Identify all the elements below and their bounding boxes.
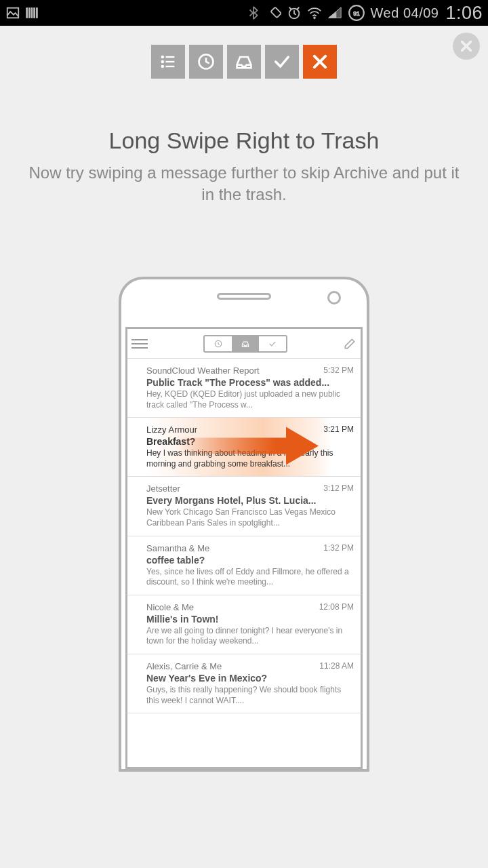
tutorial-subtitle: Now try swiping a message further to ski… bbox=[27, 162, 461, 206]
barcode-icon bbox=[24, 5, 39, 20]
message-subject: Every Morgans Hotel, Plus St. Lucia... bbox=[146, 495, 354, 506]
x-icon bbox=[310, 52, 329, 71]
rotation-icon bbox=[266, 5, 281, 20]
message-row: Thrillist8:55 AM bbox=[119, 842, 369, 868]
inbox-icon bbox=[235, 52, 253, 71]
message-time: 1:32 PM bbox=[323, 543, 354, 553]
svg-rect-4 bbox=[34, 8, 35, 18]
message-preview: Are we all going to dinner tonight? I he… bbox=[146, 626, 354, 647]
svg-rect-16 bbox=[166, 66, 175, 67]
message-row[interactable]: Jetsetter3:12 PMEvery Morgans Hotel, Plu… bbox=[127, 477, 361, 536]
phone-mockup: SoundCloud Weather Report5:32 PMPublic T… bbox=[119, 277, 369, 772]
svg-rect-3 bbox=[31, 8, 33, 18]
pill-inbox[interactable] bbox=[227, 45, 261, 79]
message-time: 5:32 PM bbox=[323, 366, 354, 375]
tutorial-title: Long Swipe Right to Trash bbox=[27, 127, 461, 154]
cell-signal-icon bbox=[327, 5, 342, 20]
message-row: Marcel Camman9:28 AMI'd love your help..… bbox=[119, 783, 369, 842]
bluetooth-icon bbox=[246, 5, 261, 20]
phone-app-frame: SoundCloud Weather Report5:32 PMPublic T… bbox=[125, 327, 363, 769]
message-sender: Marcel Camman bbox=[138, 790, 363, 800]
app-header bbox=[127, 329, 361, 359]
phone-speaker bbox=[217, 293, 271, 300]
message-preview: Hey how have you been? I was wondering i… bbox=[138, 814, 363, 835]
message-subject: Breakfast? bbox=[146, 436, 354, 447]
alarm-icon bbox=[287, 5, 302, 20]
pill-trash[interactable] bbox=[303, 45, 337, 79]
message-time: 3:21 PM bbox=[323, 425, 354, 434]
message-subject: Public Track "The Process" was added... bbox=[146, 377, 354, 388]
svg-rect-1 bbox=[26, 8, 28, 18]
message-time: 3:12 PM bbox=[323, 484, 354, 493]
message-row[interactable]: Lizzy Armour3:21 PMBreakfast?Hey I was t… bbox=[127, 418, 361, 477]
battery-circle-icon: 91 bbox=[348, 4, 365, 22]
message-row[interactable]: Alexis, Carrie & Me11:28 AMNew Year's Ev… bbox=[127, 654, 361, 713]
image-icon bbox=[5, 5, 20, 20]
message-list[interactable]: SoundCloud Weather Report5:32 PMPublic T… bbox=[127, 359, 361, 713]
message-preview: Hey I was thinking about heading in a li… bbox=[146, 448, 354, 469]
message-preview: Yes, since he lives off of Eddy and Fill… bbox=[146, 567, 354, 588]
svg-rect-14 bbox=[166, 61, 175, 62]
message-row[interactable]: Nicole & Me12:08 PMMillie's in Town!Are … bbox=[127, 595, 361, 654]
status-date: Wed 04/09 bbox=[371, 5, 439, 21]
message-preview: New York Chicago San Francisco Las Vegas… bbox=[146, 507, 354, 528]
message-sender: Samantha & Me bbox=[146, 543, 354, 553]
svg-rect-5 bbox=[36, 8, 37, 18]
message-subject: New Year's Eve in Mexico? bbox=[146, 673, 354, 684]
message-time: 12:08 PM bbox=[319, 602, 354, 612]
svg-text:91: 91 bbox=[353, 10, 360, 17]
message-row[interactable]: SoundCloud Weather Report5:32 PMPublic T… bbox=[127, 359, 361, 418]
svg-point-13 bbox=[161, 60, 165, 64]
message-time: 8:55 AM bbox=[333, 849, 363, 859]
message-sender: Jetsetter bbox=[146, 484, 354, 494]
svg-point-8 bbox=[313, 17, 315, 19]
message-sender: Thrillist bbox=[138, 849, 363, 859]
pill-done[interactable] bbox=[265, 45, 299, 79]
clock-icon bbox=[214, 339, 223, 349]
action-pillbar bbox=[0, 26, 488, 79]
svg-rect-12 bbox=[166, 56, 175, 58]
message-preview: Hey, KQED (KQED Editor) just uploaded a … bbox=[146, 389, 354, 410]
svg-point-15 bbox=[161, 65, 165, 68]
tutorial-overlay: Long Swipe Right to Trash Now try swipin… bbox=[0, 26, 488, 868]
check-icon bbox=[268, 339, 277, 349]
svg-rect-2 bbox=[28, 8, 30, 18]
wifi-icon bbox=[307, 5, 322, 20]
list-icon bbox=[159, 52, 178, 71]
svg-rect-6 bbox=[270, 7, 281, 18]
message-subject: I'd love your help... bbox=[138, 802, 363, 812]
clock-icon bbox=[197, 52, 216, 71]
check-icon bbox=[272, 52, 291, 71]
message-preview: Guys, is this really happening? We shoul… bbox=[146, 685, 354, 706]
android-status-bar: 91 Wed 04/09 1:06 bbox=[0, 0, 488, 26]
seg-done[interactable] bbox=[259, 336, 286, 351]
segmented-control bbox=[203, 335, 287, 353]
compose-button[interactable] bbox=[343, 337, 357, 351]
status-time: 1:06 bbox=[445, 3, 483, 24]
message-time: 11:28 AM bbox=[319, 661, 354, 671]
compose-icon bbox=[343, 337, 357, 351]
tutorial-headline: Long Swipe Right to Trash Now try swipin… bbox=[0, 127, 488, 206]
phone-camera bbox=[327, 291, 341, 304]
background-message-list: FOLLOW 20X200 The early shopping season.… bbox=[119, 757, 369, 868]
message-subject: Millie's in Town! bbox=[146, 614, 354, 625]
message-subject: coffee table? bbox=[146, 555, 354, 566]
hamburger-icon[interactable] bbox=[131, 336, 148, 352]
message-sender: SoundCloud Weather Report bbox=[146, 366, 354, 376]
pill-later[interactable] bbox=[189, 45, 223, 79]
close-icon bbox=[459, 39, 474, 54]
close-button[interactable] bbox=[453, 33, 480, 60]
pill-list[interactable] bbox=[151, 45, 185, 79]
inbox-icon bbox=[241, 339, 250, 349]
message-time: 9:28 AM bbox=[333, 790, 363, 800]
message-sender: Lizzy Armour bbox=[146, 425, 354, 435]
seg-later[interactable] bbox=[205, 336, 232, 351]
seg-inbox[interactable] bbox=[232, 336, 259, 351]
message-row[interactable]: Samantha & Me1:32 PMcoffee table?Yes, si… bbox=[127, 536, 361, 595]
svg-point-11 bbox=[161, 56, 165, 59]
